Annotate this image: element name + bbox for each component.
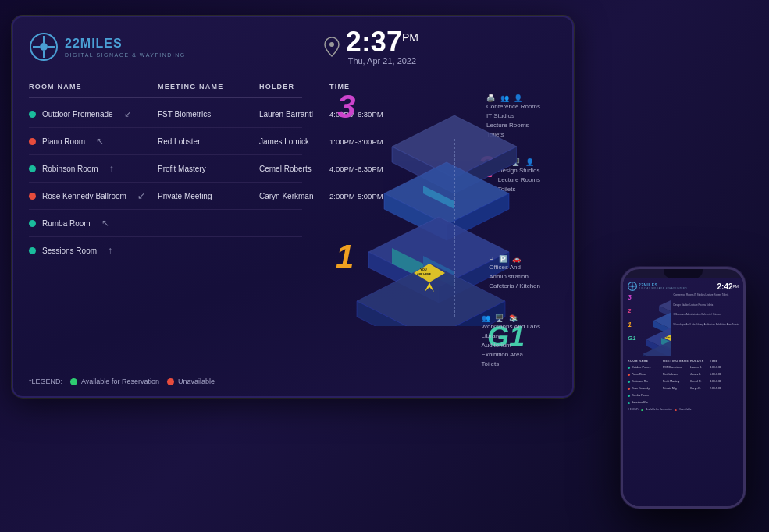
mobile-phone: 22MILES DIGITAL SIGNAGE & WAYFINDING 2:4… bbox=[621, 267, 746, 509]
phone-time-cell: 4:00-6:30 bbox=[710, 380, 733, 383]
phone-col-meeting: MEETING NAME bbox=[663, 360, 690, 363]
room-cell: Sessions Room ↑ bbox=[29, 245, 158, 256]
room-cell: Rumba Room ↖ bbox=[29, 218, 158, 229]
phone-col-holder: HOLDER bbox=[690, 360, 710, 363]
phone-fl1: 1 bbox=[628, 321, 636, 328]
phone-col-room: ROOM NAME bbox=[628, 360, 663, 363]
phone-room-name: Sessions Rm bbox=[632, 401, 648, 404]
clock-area: 2:37PM Thu, Apr 21, 2022 bbox=[346, 28, 418, 66]
table-header: ROOM NAME MEETING NAME HOLDER TIME bbox=[29, 76, 302, 98]
phone-legend: *LEGEND: Available for Reservation Unava… bbox=[628, 408, 739, 411]
floor-g1-icons: 👥 🖥️ 📚 bbox=[482, 314, 540, 322]
monitor-screen: 22MILES DIGITAL SIGNAGE & WAYFINDING 2:3… bbox=[13, 17, 572, 396]
meeting-name: Profit Mastery bbox=[158, 165, 259, 173]
room-name: Piano Room bbox=[42, 137, 85, 146]
location-icon bbox=[324, 37, 340, 57]
room-name: Rumba Room bbox=[42, 219, 91, 228]
phone-holder-cell: James L. bbox=[690, 373, 710, 376]
meeting-name: Red Lobster bbox=[158, 137, 259, 146]
room-cell: Piano Room ↖ bbox=[29, 136, 158, 147]
svg-text:YOU: YOU bbox=[420, 268, 427, 271]
phone-status-dot bbox=[628, 374, 630, 376]
phone-floor-labels: 3 2 1 G1 bbox=[628, 293, 636, 356]
col-meeting: MEETING NAME bbox=[158, 83, 259, 90]
direction-arrow: ↖ bbox=[96, 136, 104, 147]
phone-room-name: Rumba Room bbox=[632, 394, 649, 397]
phone-logo-area: 22MILES DIGITAL SIGNAGE & WAYFINDING bbox=[628, 282, 687, 291]
floor-1-label: 1 bbox=[336, 238, 354, 275]
table-row: Sessions Room ↑ bbox=[29, 237, 302, 264]
table-panel: ROOM NAME MEETING NAME HOLDER TIME Outdo… bbox=[13, 76, 318, 396]
room-name: Sessions Room bbox=[42, 246, 97, 255]
legend-prefix: *LEGEND: bbox=[29, 378, 62, 385]
floor-3-icons: 🖨️ 👥 👤 bbox=[486, 94, 540, 102]
svg-point-28 bbox=[631, 285, 634, 288]
phone-building-svg: YOU bbox=[639, 293, 671, 356]
status-dot bbox=[29, 220, 36, 227]
phone-legend-red bbox=[675, 409, 677, 411]
status-dot bbox=[29, 247, 36, 254]
phone-logo-icon bbox=[628, 282, 637, 291]
status-dot bbox=[29, 138, 36, 145]
phone-time: 2:42PM bbox=[717, 282, 739, 291]
direction-arrow: ↑ bbox=[109, 163, 114, 174]
room-cell: Robinson Room ↑ bbox=[29, 163, 158, 174]
phone-status-dot bbox=[628, 388, 630, 390]
phone-meeting-cell: Private Mtg bbox=[663, 387, 690, 390]
svg-point-6 bbox=[329, 42, 334, 47]
legend-available-dot bbox=[70, 378, 77, 385]
phone-status-dot bbox=[628, 381, 630, 383]
floor-g1-info: 👥 🖥️ 📚 Workshops And LabsLibraryAuditori… bbox=[482, 314, 540, 369]
phone-status-dot bbox=[628, 395, 630, 397]
scene: 22MILES DIGITAL SIGNAGE & WAYFINDING 2:3… bbox=[0, 0, 769, 532]
phone-holder-cell: Cemel R. bbox=[690, 380, 710, 383]
phone-room-name: Rose Kennedy bbox=[632, 387, 650, 390]
phone-fl2: 2 bbox=[628, 307, 636, 314]
phone-screen: 22MILES DIGITAL SIGNAGE & WAYFINDING 2:4… bbox=[623, 278, 743, 506]
floor-g1-desc: Workshops And LabsLibraryAuditoriumExhib… bbox=[482, 322, 540, 369]
direction-arrow: ↖ bbox=[101, 218, 109, 229]
phone-room-name: Piano Room bbox=[632, 373, 646, 376]
table-row: Rumba Room ↖ bbox=[29, 210, 302, 237]
phone-row: Robinson Rm Profit Mastery Cemel R. 4:00… bbox=[628, 378, 739, 385]
content-area: ROOM NAME MEETING NAME HOLDER TIME Outdo… bbox=[13, 76, 572, 396]
floor-1-info: P 🅿️ 🚗 Offices AndAdministrationCafeteri… bbox=[489, 255, 540, 291]
legend-available-label: Available for Reservation bbox=[81, 378, 159, 385]
clock-time: 2:37PM bbox=[346, 28, 418, 56]
phone-meeting-cell: FST Biometrics bbox=[663, 366, 690, 369]
phone-notch bbox=[664, 269, 703, 278]
phone-row: Sessions Rm bbox=[628, 399, 739, 406]
phone-map-area: 3 2 1 G1 bbox=[628, 293, 739, 356]
room-name: Rose Kennedy Ballroom bbox=[42, 192, 126, 200]
logo-text-block: 22MILES DIGITAL SIGNAGE & WAYFINDING bbox=[65, 37, 186, 58]
legend-available: Available for Reservation bbox=[70, 378, 159, 385]
meeting-name: FST Biometrics bbox=[158, 110, 259, 119]
phone-room-name: Robinson Rm bbox=[632, 380, 648, 383]
phone-table-header: ROOM NAME MEETING NAME HOLDER TIME bbox=[628, 359, 739, 364]
phone-time-cell: 1:00-3:00 bbox=[710, 373, 733, 376]
phone-header: 22MILES DIGITAL SIGNAGE & WAYFINDING 2:4… bbox=[628, 282, 739, 291]
legend-unavailable-label: Unavailable bbox=[178, 378, 215, 385]
legend-unavailable-dot bbox=[167, 378, 174, 385]
direction-arrow: ↙ bbox=[124, 108, 132, 119]
direction-arrow: ↙ bbox=[137, 190, 145, 201]
logo-tagline: DIGITAL SIGNAGE & WAYFINDING bbox=[65, 52, 186, 58]
direction-arrow: ↑ bbox=[108, 245, 112, 256]
table-row: Piano Room ↖ Red Lobster James Lomick 1:… bbox=[29, 128, 302, 155]
logo-icon bbox=[29, 32, 59, 62]
table-row: Rose Kennedy Ballroom ↙ Private Meeting … bbox=[29, 183, 302, 210]
phone-logo-text: 22MILES DIGITAL SIGNAGE & WAYFINDING bbox=[639, 282, 687, 290]
header-center: 2:37PM Thu, Apr 21, 2022 bbox=[186, 28, 557, 66]
phone-row: Piano Room Red Lobster James L. 1:00-3:0… bbox=[628, 371, 739, 378]
table-row: Robinson Room ↑ Profit Mastery Cemel Rob… bbox=[29, 155, 302, 183]
logo-name: 22MILES bbox=[65, 37, 186, 51]
phone-time-cell: 2:00-5:00 bbox=[710, 387, 733, 390]
legend-area: *LEGEND: Available for Reservation Unava… bbox=[29, 371, 302, 388]
table-row: Outdoor Promenade ↙ FST Biometrics Laure… bbox=[29, 101, 302, 128]
phone-status-dot bbox=[628, 402, 630, 404]
phone-meeting-cell: Red Lobster bbox=[663, 373, 690, 376]
phone-room-cell: Robinson Rm bbox=[628, 380, 663, 383]
status-dot bbox=[29, 111, 36, 118]
legend-unavailable: Unavailable bbox=[167, 378, 215, 385]
building-svg: YOU ARE HERE bbox=[345, 108, 517, 326]
